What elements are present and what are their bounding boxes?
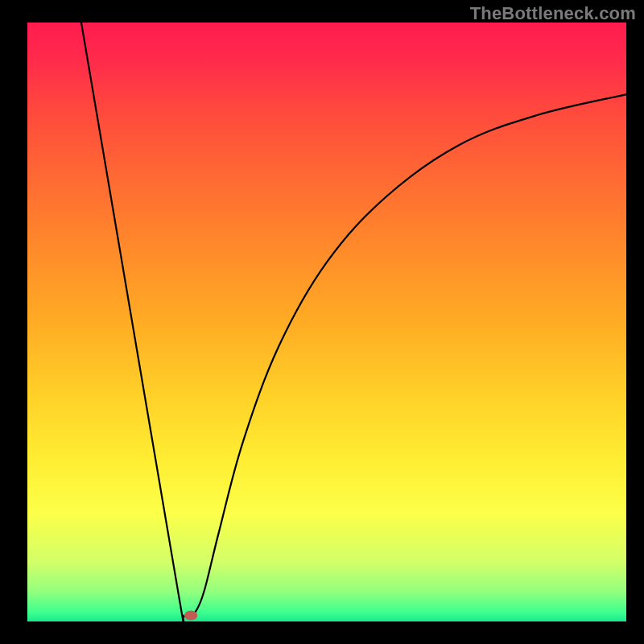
watermark-text: TheBottleneck.com xyxy=(470,3,636,24)
plot-svg xyxy=(27,23,626,621)
plot-container xyxy=(27,23,626,621)
chart-frame: TheBottleneck.com xyxy=(0,0,644,644)
gradient-background xyxy=(27,23,626,621)
optimal-point-marker xyxy=(184,611,197,621)
